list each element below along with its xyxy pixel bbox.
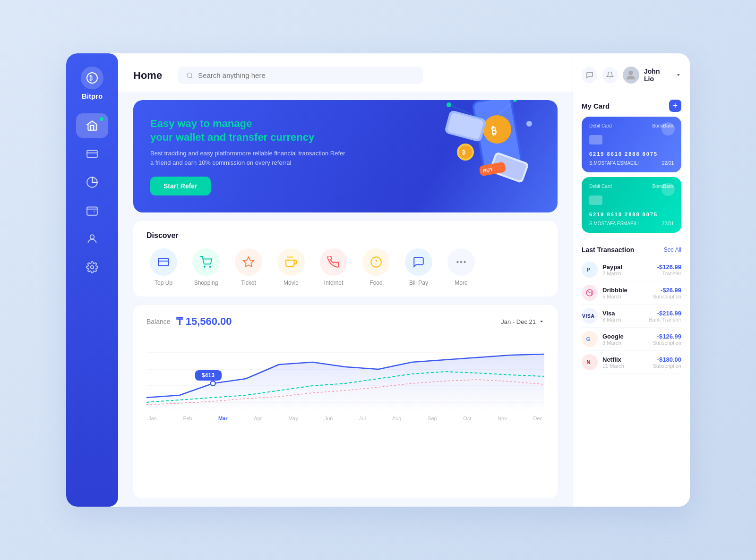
chat-button[interactable] <box>582 67 597 83</box>
search-bar[interactable] <box>178 67 423 84</box>
logo-icon: ₿ <box>81 67 103 89</box>
avatar-image <box>624 68 637 82</box>
start-refer-button[interactable]: Start Refer <box>150 177 211 195</box>
chart-area: $413 <box>146 336 544 412</box>
netflix-name: Netflix <box>602 356 648 363</box>
more-label: More <box>455 280 467 286</box>
discover-item-topup[interactable]: Top Up <box>146 248 180 286</box>
discover-item-ticket[interactable]: Ticket <box>232 248 266 286</box>
svg-text:$413: $413 <box>202 372 215 379</box>
card2-number: 6219 8610 2888 8075 <box>589 212 674 217</box>
svg-rect-12 <box>444 110 487 142</box>
card2-bottom: S.MOSTAFA ESMAEILI 22/01 <box>589 221 674 226</box>
card2-chip <box>589 195 602 205</box>
paypal-icon: P <box>582 262 598 278</box>
dribbble-type: Subscription <box>653 294 681 299</box>
sidebar-nav <box>66 113 118 280</box>
svg-text:₿: ₿ <box>490 125 497 137</box>
more-icon-wrap <box>447 248 475 276</box>
visa-info: Visa 8 March <box>602 310 644 322</box>
svg-text:G: G <box>586 336 591 342</box>
visa-name: Visa <box>602 310 644 317</box>
svg-point-28 <box>204 266 205 267</box>
sidebar-item-analytics[interactable] <box>76 170 108 195</box>
svg-text:₿: ₿ <box>462 149 465 156</box>
transaction-google: G Google 9 March -$126.99 Subscription <box>582 328 681 351</box>
user-chevron-down-icon <box>676 72 681 78</box>
my-card-section: My Card + Debit Card BomiBank 6219 8610 … <box>582 100 681 238</box>
date-range[interactable]: Jan - Dec 21 <box>501 318 544 325</box>
sidebar-item-home[interactable] <box>76 113 108 138</box>
svg-rect-15 <box>491 154 527 181</box>
card2-expiry: 22/01 <box>662 221 674 226</box>
notification-button[interactable] <box>602 67 618 83</box>
balance-header: Balance ₸ 15,560.00 Jan - Dec 21 <box>146 315 544 328</box>
add-card-button[interactable]: + <box>669 100 681 112</box>
svg-point-23 <box>526 121 532 127</box>
svg-point-38 <box>460 261 462 263</box>
paypal-type: Transfer <box>657 271 681 276</box>
svg-rect-2 <box>87 150 97 157</box>
discover-item-shopping[interactable]: Shopping <box>189 248 223 286</box>
svg-rect-8 <box>472 100 524 171</box>
balance-card: Balance ₸ 15,560.00 Jan - Dec 21 <box>133 305 558 498</box>
sidebar-logo: ₿ Bitpro <box>81 67 103 100</box>
svg-line-25 <box>498 100 515 114</box>
svg-point-37 <box>456 261 458 263</box>
discover-item-more[interactable]: More <box>444 248 478 286</box>
topup-icon <box>157 256 170 268</box>
transaction-netflix: N Netflix 11 March -$180.00 Subscription <box>582 351 681 374</box>
svg-point-29 <box>210 266 211 267</box>
svg-point-18 <box>457 144 474 161</box>
svg-text:P: P <box>587 267 590 272</box>
search-input[interactable] <box>198 71 415 79</box>
google-value: -$126.99 <box>653 333 681 340</box>
paypal-info: Paypal 2 March <box>602 263 653 276</box>
sidebar-item-profile[interactable] <box>76 227 108 251</box>
svg-point-19 <box>459 145 472 159</box>
page-title: Home <box>133 69 166 82</box>
dribbble-date: 5 March <box>602 294 648 299</box>
my-card-header: My Card + <box>582 100 681 112</box>
food-icon <box>370 256 382 268</box>
ticket-icon-wrap <box>235 248 262 276</box>
paypal-name: Paypal <box>602 263 653 271</box>
sidebar: ₿ Bitpro <box>66 53 118 507</box>
svg-point-7 <box>187 73 192 77</box>
date-range-text: Jan - Dec 21 <box>501 318 536 325</box>
svg-text:₿: ₿ <box>89 75 93 82</box>
discover-title: Discover <box>146 231 544 240</box>
month-sep: Sep <box>428 416 437 421</box>
home-badge <box>100 117 103 121</box>
month-nov: Nov <box>498 416 507 421</box>
billpay-icon-wrap <box>405 248 432 276</box>
sidebar-item-wallet[interactable] <box>76 198 108 223</box>
svg-point-45 <box>211 381 215 386</box>
month-aug: Aug <box>392 416 402 421</box>
visa-value: -$216.99 <box>649 310 681 317</box>
transaction-visa: VISA Visa 8 March -$216.99 Bank Transfer <box>582 305 681 328</box>
sidebar-item-settings[interactable] <box>76 255 108 280</box>
dribbble-name: Dribbble <box>602 287 648 294</box>
right-panel: John Lio My Card + Debit Card BomiBank 6… <box>573 53 690 507</box>
netflix-date: 11 March <box>602 363 648 369</box>
netflix-icon: N <box>582 354 598 370</box>
month-feb: Feb <box>183 416 192 421</box>
month-apr: Apr <box>254 416 262 421</box>
balance-value: ₸ 15,560.00 <box>176 315 232 328</box>
see-all-button[interactable]: See All <box>664 246 681 253</box>
discover-item-billpay[interactable]: Bill Pay <box>402 248 436 286</box>
discover-items: Top Up Shopping Ticket <box>146 248 544 286</box>
svg-point-10 <box>481 113 514 146</box>
shopping-icon <box>200 256 212 268</box>
chart-months: Jan Feb Mar Apr May Jun Jul Aug Sep Oct … <box>146 416 544 421</box>
sidebar-item-cards[interactable] <box>76 142 108 166</box>
google-name: Google <box>602 333 648 340</box>
svg-marker-30 <box>243 257 254 267</box>
discover-item-movie[interactable]: Movie <box>274 248 308 286</box>
discover-item-food[interactable]: Food <box>359 248 393 286</box>
svg-rect-26 <box>158 259 169 266</box>
shopping-icon-wrap <box>192 248 220 276</box>
dribbble-icon <box>582 285 598 301</box>
discover-item-internet[interactable]: Internet <box>317 248 351 286</box>
